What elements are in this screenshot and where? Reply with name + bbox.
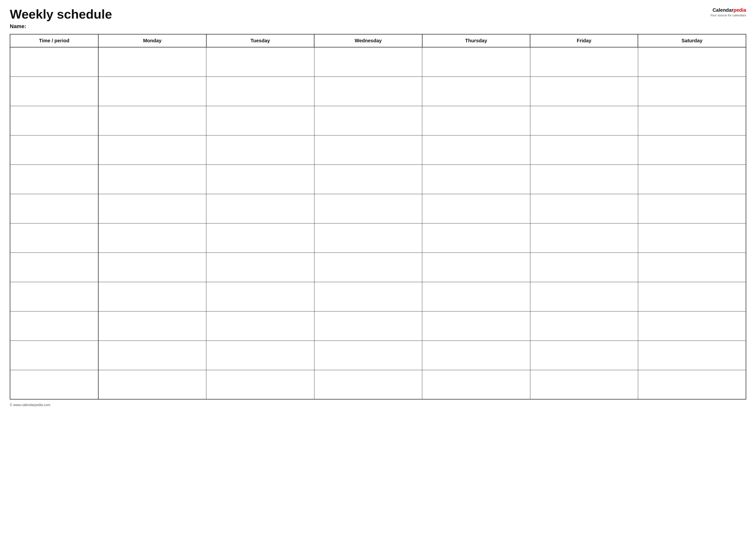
schedule-cell[interactable]	[638, 341, 746, 370]
time-cell[interactable]	[10, 47, 98, 76]
schedule-cell[interactable]	[98, 47, 206, 76]
schedule-cell[interactable]	[638, 253, 746, 282]
schedule-cell[interactable]	[638, 165, 746, 194]
time-cell[interactable]	[10, 341, 98, 370]
time-cell[interactable]	[10, 135, 98, 165]
schedule-cell[interactable]	[530, 223, 638, 253]
table-row	[10, 341, 746, 370]
schedule-cell[interactable]	[314, 282, 422, 311]
schedule-cell[interactable]	[206, 282, 314, 311]
schedule-cell[interactable]	[530, 282, 638, 311]
schedule-cell[interactable]	[98, 194, 206, 223]
schedule-cell[interactable]	[206, 311, 314, 341]
schedule-cell[interactable]	[98, 253, 206, 282]
schedule-cell[interactable]	[98, 370, 206, 399]
logo-pedia-text: pedia	[734, 7, 746, 13]
schedule-cell[interactable]	[206, 223, 314, 253]
schedule-cell[interactable]	[206, 106, 314, 135]
schedule-cell[interactable]	[314, 311, 422, 341]
time-cell[interactable]	[10, 370, 98, 399]
schedule-cell[interactable]	[638, 223, 746, 253]
col-header-monday: Monday	[98, 34, 206, 47]
schedule-cell[interactable]	[638, 106, 746, 135]
schedule-cell[interactable]	[206, 370, 314, 399]
schedule-cell[interactable]	[422, 311, 530, 341]
schedule-cell[interactable]	[98, 311, 206, 341]
schedule-table: Time / period Monday Tuesday Wednesday T…	[10, 34, 746, 399]
time-cell[interactable]	[10, 253, 98, 282]
schedule-cell[interactable]	[530, 135, 638, 165]
schedule-cell[interactable]	[638, 311, 746, 341]
time-cell[interactable]	[10, 76, 98, 106]
time-cell[interactable]	[10, 311, 98, 341]
schedule-cell[interactable]	[638, 47, 746, 76]
schedule-cell[interactable]	[530, 253, 638, 282]
schedule-cell[interactable]	[98, 165, 206, 194]
schedule-cell[interactable]	[422, 135, 530, 165]
schedule-cell[interactable]	[530, 47, 638, 76]
schedule-cell[interactable]	[422, 47, 530, 76]
schedule-cell[interactable]	[98, 282, 206, 311]
schedule-cell[interactable]	[206, 253, 314, 282]
schedule-cell[interactable]	[206, 194, 314, 223]
table-row	[10, 106, 746, 135]
time-cell[interactable]	[10, 282, 98, 311]
schedule-cell[interactable]	[422, 194, 530, 223]
table-row	[10, 194, 746, 223]
schedule-cell[interactable]	[206, 135, 314, 165]
schedule-cell[interactable]	[638, 76, 746, 106]
schedule-cell[interactable]	[422, 341, 530, 370]
schedule-cell[interactable]	[530, 165, 638, 194]
schedule-cell[interactable]	[314, 370, 422, 399]
schedule-cell[interactable]	[530, 194, 638, 223]
schedule-cell[interactable]	[638, 282, 746, 311]
schedule-cell[interactable]	[638, 194, 746, 223]
page-title: Weekly schedule	[10, 7, 710, 21]
col-header-friday: Friday	[530, 34, 638, 47]
schedule-cell[interactable]	[314, 76, 422, 106]
schedule-cell[interactable]	[530, 341, 638, 370]
time-cell[interactable]	[10, 223, 98, 253]
table-row	[10, 135, 746, 165]
time-cell[interactable]	[10, 106, 98, 135]
schedule-cell[interactable]	[206, 47, 314, 76]
schedule-cell[interactable]	[530, 311, 638, 341]
time-cell[interactable]	[10, 165, 98, 194]
schedule-cell[interactable]	[422, 253, 530, 282]
schedule-cell[interactable]	[98, 135, 206, 165]
schedule-cell[interactable]	[638, 135, 746, 165]
schedule-cell[interactable]	[638, 370, 746, 399]
schedule-cell[interactable]	[314, 106, 422, 135]
schedule-cell[interactable]	[314, 194, 422, 223]
schedule-cell[interactable]	[314, 47, 422, 76]
time-cell[interactable]	[10, 194, 98, 223]
schedule-cell[interactable]	[530, 106, 638, 135]
col-header-time: Time / period	[10, 34, 98, 47]
table-row	[10, 370, 746, 399]
schedule-cell[interactable]	[314, 165, 422, 194]
schedule-cell[interactable]	[314, 223, 422, 253]
col-header-tuesday: Tuesday	[206, 34, 314, 47]
schedule-cell[interactable]	[206, 165, 314, 194]
footer-url: © www.calendarpedia.com	[10, 403, 50, 407]
schedule-cell[interactable]	[530, 370, 638, 399]
schedule-cell[interactable]	[422, 282, 530, 311]
schedule-cell[interactable]	[422, 165, 530, 194]
schedule-cell[interactable]	[206, 76, 314, 106]
schedule-cell[interactable]	[98, 106, 206, 135]
schedule-cell[interactable]	[314, 253, 422, 282]
schedule-cell[interactable]	[422, 106, 530, 135]
schedule-cell[interactable]	[422, 223, 530, 253]
col-header-thursday: Thursday	[422, 34, 530, 47]
schedule-cell[interactable]	[98, 223, 206, 253]
schedule-cell[interactable]	[422, 76, 530, 106]
footer: © www.calendarpedia.com	[10, 403, 746, 407]
schedule-cell[interactable]	[530, 76, 638, 106]
schedule-cell[interactable]	[314, 135, 422, 165]
table-header-row: Time / period Monday Tuesday Wednesday T…	[10, 34, 746, 47]
schedule-cell[interactable]	[98, 76, 206, 106]
schedule-cell[interactable]	[98, 341, 206, 370]
schedule-cell[interactable]	[314, 341, 422, 370]
schedule-cell[interactable]	[206, 341, 314, 370]
schedule-cell[interactable]	[422, 370, 530, 399]
